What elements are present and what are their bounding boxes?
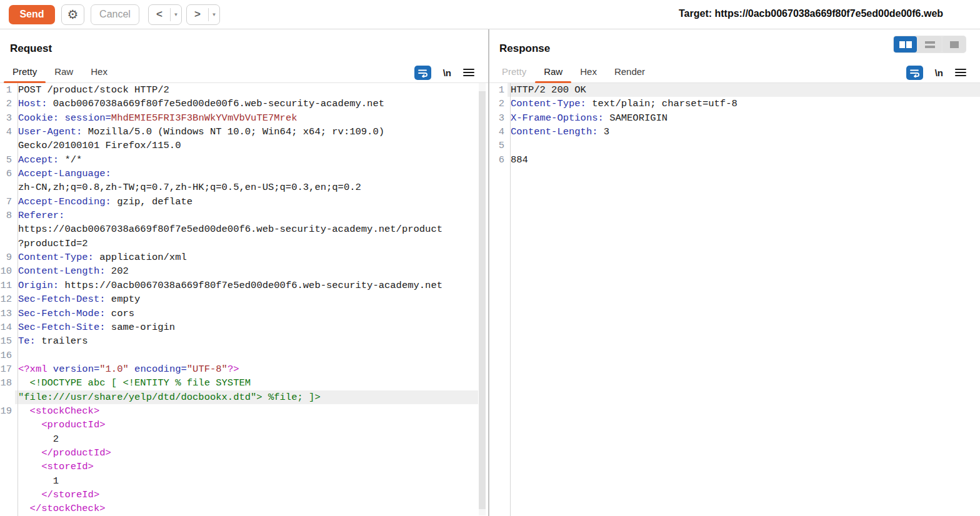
line-number: 11 <box>0 279 15 292</box>
code-row: 16 <box>0 349 478 362</box>
forward-button-group: > ▼ <box>186 4 220 25</box>
line-number: 5 <box>489 139 508 152</box>
code-row: 11Origin: https://0acb0067038a669f80f7e5… <box>0 279 478 292</box>
code-text <box>15 349 478 362</box>
request-menu-button[interactable] <box>463 68 474 77</box>
request-tab-pretty[interactable]: Pretty <box>4 64 46 82</box>
code-row: 8Referer: <box>0 209 478 222</box>
line-number: 10 <box>0 264 15 278</box>
code-row: 14Sec-Fetch-Site: same-origin <box>0 320 478 334</box>
code-text: 1 <box>15 474 478 488</box>
request-title: Request <box>10 42 488 56</box>
rows-layout-button[interactable] <box>918 36 941 52</box>
code-row: </storeId> <box>0 488 478 502</box>
menu-icon <box>955 68 966 77</box>
request-editor[interactable]: 1POST /product/stock HTTP/22Host: 0acb00… <box>0 83 478 516</box>
target-url-value: https://0acb0067038a669f80f7e5ed00de00f6… <box>715 8 944 19</box>
line-number: 19 <box>0 404 15 418</box>
response-tab-render[interactable]: Render <box>606 64 654 82</box>
word-wrap-icon <box>909 68 920 77</box>
code-row: 17<?xml version="1.0" encoding="UTF-8"?> <box>0 362 478 376</box>
code-text: <stockCheck> <box>15 404 478 418</box>
request-tab-raw[interactable]: Raw <box>46 64 82 82</box>
scrollbar-thumb[interactable] <box>479 91 486 509</box>
code-row: ?productId=2 <box>0 237 478 251</box>
cancel-button[interactable]: Cancel <box>91 4 139 25</box>
code-text: Te: trailers <box>15 334 478 348</box>
send-button[interactable]: Send <box>9 5 55 24</box>
single-layout-button[interactable] <box>942 36 966 52</box>
newline-toggle[interactable]: \n <box>443 67 451 78</box>
line-number <box>0 222 15 236</box>
line-number <box>0 418 15 432</box>
response-tab-hex[interactable]: Hex <box>571 64 606 82</box>
line-number: 13 <box>0 307 15 320</box>
line-number: 8 <box>0 209 15 222</box>
columns-layout-icon <box>899 41 905 48</box>
code-row: 4Content-Length: 3 <box>489 125 980 139</box>
code-text: Host: 0acb0067038a669f80f7e5ed00de00f6.w… <box>15 97 478 111</box>
code-text: Accept: */* <box>15 153 478 167</box>
line-number: 5 <box>0 153 15 167</box>
response-panel: Response Pretty Raw Hex Render \n <box>489 29 980 516</box>
code-row: https://0acb0067038a669f80f7e5ed00de00f6… <box>0 222 478 236</box>
code-row: 3X-Frame-Options: SAMEORIGIN <box>489 111 980 125</box>
response-tab-pretty[interactable]: Pretty <box>493 64 535 82</box>
line-number <box>0 390 15 404</box>
word-wrap-toggle[interactable] <box>906 66 923 80</box>
line-number: 9 <box>0 251 15 264</box>
code-row: 10Content-Length: 202 <box>0 264 478 278</box>
newline-toggle[interactable]: \n <box>935 67 943 78</box>
code-row: 9Content-Type: application/xml <box>0 251 478 264</box>
code-row: Gecko/20100101 Firefox/115.0 <box>0 139 478 152</box>
line-number <box>0 181 15 194</box>
code-text: Referer: <box>15 209 478 222</box>
line-number <box>0 488 15 502</box>
response-tab-raw[interactable]: Raw <box>535 64 571 82</box>
code-row: "file:///usr/share/yelp/dtd/docbookx.dtd… <box>0 390 478 404</box>
back-button[interactable]: < <box>149 5 170 24</box>
code-row: 6884 <box>489 153 980 167</box>
chevron-down-icon: ▼ <box>174 12 179 17</box>
line-number: 6 <box>0 167 15 181</box>
line-number <box>0 446 15 460</box>
code-text: Gecko/20100101 Firefox/115.0 <box>15 139 478 152</box>
line-number: 7 <box>0 195 15 209</box>
code-row: 1 <box>0 474 478 488</box>
chevron-down-icon: ▼ <box>212 12 217 17</box>
code-text: POST /product/stock HTTP/2 <box>15 83 478 97</box>
code-row: 1POST /product/stock HTTP/2 <box>0 83 478 97</box>
forward-history-dropdown[interactable]: ▼ <box>209 5 219 24</box>
menu-icon <box>463 68 474 77</box>
request-scrollbar[interactable] <box>479 83 486 515</box>
code-row: 13Sec-Fetch-Mode: cors <box>0 307 478 320</box>
code-text: Accept-Encoding: gzip, deflate <box>15 195 478 209</box>
code-row: 5 <box>489 139 980 152</box>
line-number: 2 <box>489 97 508 111</box>
line-number: 16 <box>0 349 15 362</box>
request-tab-hex[interactable]: Hex <box>82 64 116 82</box>
code-text: Content-Type: text/plain; charset=utf-8 <box>508 97 980 111</box>
code-row: 7Accept-Encoding: gzip, deflate <box>0 195 478 209</box>
code-text: <!DOCTYPE abc [ <!ENTITY % file SYSTEM <box>15 376 478 390</box>
forward-button[interactable]: > <box>187 5 208 24</box>
line-number <box>0 460 15 474</box>
code-row: 4User-Agent: Mozilla/5.0 (Windows NT 10.… <box>0 125 478 139</box>
gear-button[interactable]: ⚙ <box>61 4 84 25</box>
code-text: Content-Length: 202 <box>15 264 478 278</box>
code-text: </storeId> <box>15 488 478 502</box>
code-row: 12Sec-Fetch-Dest: empty <box>0 292 478 306</box>
code-row: 5Accept: */* <box>0 153 478 167</box>
columns-layout-button[interactable] <box>894 36 917 52</box>
line-number: 14 <box>0 320 15 334</box>
code-row: 6Accept-Language: <box>0 167 478 181</box>
code-row: 2Content-Type: text/plain; charset=utf-8 <box>489 97 980 111</box>
word-wrap-toggle[interactable] <box>414 66 431 80</box>
back-button-group: < ▼ <box>148 4 182 25</box>
code-text: Sec-Fetch-Dest: empty <box>15 292 478 306</box>
back-history-dropdown[interactable]: ▼ <box>171 5 181 24</box>
rows-layout-icon <box>925 41 935 44</box>
code-text <box>508 139 980 152</box>
response-menu-button[interactable] <box>955 68 966 77</box>
response-editor[interactable]: 1HTTP/2 200 OK2Content-Type: text/plain;… <box>489 83 980 516</box>
